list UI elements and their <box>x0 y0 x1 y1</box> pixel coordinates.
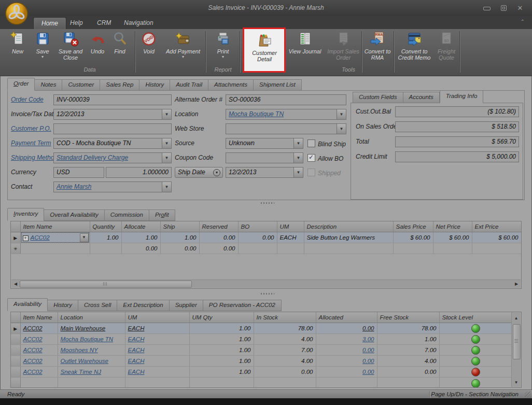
ribbon-tab-crm[interactable]: CRM <box>89 17 119 29</box>
tab-trading-info[interactable]: Trading Info <box>440 90 484 103</box>
allow-bo-checkbox-box[interactable] <box>307 154 315 162</box>
scroll-right-arrow-icon[interactable]: ▶ <box>513 280 520 288</box>
currency-input[interactable]: USD <box>53 167 104 178</box>
undo-button[interactable]: Undo <box>87 30 108 54</box>
ribbon-tab-home[interactable]: Home <box>33 17 66 30</box>
order-code-input[interactable]: INV-000039 <box>53 94 172 105</box>
chevron-down-icon[interactable]: ▼ <box>162 153 171 163</box>
shipping-method-label[interactable]: Shipping Method <box>11 154 58 161</box>
tab-attachments[interactable]: Attachments <box>208 79 254 91</box>
allow-bo-checkbox[interactable]: Allow BO <box>307 153 343 163</box>
um-link[interactable]: EACH <box>128 369 145 375</box>
tab-ext-description[interactable]: Ext Description <box>117 300 169 311</box>
tab-accounts[interactable]: Accounts <box>403 92 440 103</box>
ship-date-options-icon[interactable]: ▼ <box>213 169 220 176</box>
tab-sales-rep[interactable]: Sales Rep <box>100 79 139 91</box>
allocated-link[interactable]: 0.00 <box>362 369 374 375</box>
location-link[interactable]: Main Warehouse <box>61 325 106 331</box>
tab-customer[interactable]: Customer <box>62 79 100 91</box>
splitter-handle[interactable] <box>261 202 274 204</box>
source-combo[interactable]: Unknown ▼ <box>226 138 303 149</box>
location-link[interactable]: Mooshoes NY <box>61 347 98 353</box>
availability-row[interactable]: ACC02 Mooshoes NY EACH 1.00 7.00 0.00 7.… <box>11 345 512 356</box>
customer-po-label[interactable]: Customer P.O. <box>11 125 51 132</box>
inventory-horizontal-scrollbar[interactable]: ◀ ▶ <box>11 280 521 288</box>
tab-history-lower[interactable]: History <box>48 300 78 311</box>
convert-to-credit-memo-button[interactable]: Convert to Credit Memo <box>395 30 433 61</box>
restore-button[interactable] <box>498 5 509 12</box>
tab-commission[interactable]: Commission <box>105 210 149 221</box>
item-link[interactable]: ACC02 <box>23 369 43 375</box>
availability-row-partial[interactable] <box>11 378 512 388</box>
close-button[interactable]: ✕ <box>514 5 526 12</box>
scrollbar-thumb[interactable] <box>513 324 521 359</box>
shipping-method-combo[interactable]: Standard Delivery Charge ▼ <box>53 152 172 163</box>
chevron-down-icon[interactable]: ▼ <box>162 109 171 119</box>
alternate-order-input[interactable]: SO-000036 <box>226 94 346 105</box>
item-link[interactable]: ACC02 <box>23 325 43 331</box>
tab-shipment-list[interactable]: Shipment List <box>254 79 302 91</box>
availability-row[interactable]: ACC02 Outlet Warehouse EACH 1.00 4.00 0.… <box>11 356 512 367</box>
new-button[interactable]: New <box>6 30 29 54</box>
chevron-down-icon[interactable]: ▼ <box>293 153 303 163</box>
um-link[interactable]: EACH <box>128 325 145 331</box>
item-link[interactable]: ACC02 <box>23 336 43 342</box>
ribbon-tab-navigation[interactable]: Navigation <box>116 17 161 29</box>
ribbon-collapse-chevron-icon[interactable]: ⌃ <box>521 19 525 24</box>
availability-row[interactable]: ▶ ACC02 Main Warehouse EACH 1.00 78.00 0… <box>11 323 512 334</box>
contact-combo[interactable]: Annie Marsh ▼ <box>53 181 172 192</box>
invoice-tax-date-combo[interactable]: 12/2/2013 ▼ <box>53 109 172 120</box>
blind-ship-checkbox-box[interactable] <box>307 139 315 147</box>
exchange-rate-input[interactable]: 1.000000 <box>106 167 172 178</box>
customer-detail-button[interactable]: Customer Detail <box>246 32 283 62</box>
save-dropdown-caret-icon[interactable]: ▾ <box>41 55 44 59</box>
allocated-link[interactable]: 3.00 <box>362 336 374 342</box>
location-combo[interactable]: Mocha Boutique TN ▼ <box>226 109 346 120</box>
availability-row[interactable]: ACC02 Sneak Time NJ EACH 1.00 0.00 0.00 … <box>11 367 512 378</box>
item-link[interactable]: ACC02 <box>23 358 43 364</box>
chevron-down-icon[interactable]: ▼ <box>162 138 171 148</box>
location-link[interactable]: Mocha Boutique TN <box>61 336 114 342</box>
allocated-link[interactable]: 0.00 <box>362 358 374 364</box>
app-logo[interactable] <box>5 2 29 27</box>
save-button[interactable]: Save ▾ <box>31 30 54 59</box>
add-payment-dropdown-caret-icon[interactable]: ▾ <box>182 55 184 59</box>
availability-vertical-scrollbar[interactable]: ▲ ▼ <box>511 313 521 387</box>
scrollbar-thumb[interactable] <box>20 281 192 288</box>
tab-overall-availability[interactable]: Overall Availability <box>44 210 104 221</box>
tab-availability[interactable]: Availability <box>7 298 48 311</box>
um-link[interactable]: EACH <box>128 347 145 353</box>
tab-po-reservation[interactable]: PO Reservation - ACC02 <box>203 300 282 311</box>
minimize-button[interactable] <box>481 5 493 12</box>
scroll-up-arrow-icon[interactable]: ▲ <box>512 314 521 322</box>
scroll-down-arrow-icon[interactable]: ▼ <box>512 380 521 385</box>
tab-notes[interactable]: Notes <box>35 79 62 91</box>
view-journal-button[interactable]: View Journal <box>286 30 324 54</box>
scroll-left-arrow-icon[interactable]: ◀ <box>12 280 19 288</box>
tab-history[interactable]: History <box>139 79 170 91</box>
customer-po-input[interactable] <box>53 123 172 134</box>
tab-inventory[interactable]: Inventory <box>7 208 44 221</box>
tab-order[interactable]: Order <box>7 78 35 91</box>
tab-profit[interactable]: Profit <box>149 210 175 221</box>
print-dropdown-caret-icon[interactable]: ▾ <box>222 55 224 59</box>
tab-audit-trail[interactable]: Audit Trail <box>170 79 208 91</box>
resize-grip[interactable] <box>525 392 531 398</box>
ship-date-button[interactable]: Ship Date ▼ <box>175 167 223 178</box>
inventory-new-row[interactable]: ✳ 0.00 0.00 0.00 <box>11 243 521 254</box>
splitter-handle[interactable] <box>261 293 274 295</box>
payment-term-combo[interactable]: COD - Mocha Boutique TN ▼ <box>53 138 172 149</box>
chevron-down-icon[interactable]: ▼ <box>293 167 303 177</box>
expand-row-icon[interactable]: + <box>23 235 29 241</box>
inventory-row[interactable]: ▶ +ACC02▼ 1.00 1.00 1.00 0.00 0.00 EACH … <box>11 232 521 243</box>
allocated-link[interactable]: 0.00 <box>362 347 374 353</box>
um-link[interactable]: EACH <box>128 358 145 364</box>
void-button[interactable]: VOID Void <box>137 30 161 54</box>
payment-term-label[interactable]: Payment Term <box>11 139 51 147</box>
ship-date-combo[interactable]: 12/2/2013 ▼ <box>226 167 303 178</box>
coupon-code-combo[interactable]: ▼ <box>226 152 303 163</box>
blind-ship-checkbox[interactable]: Blind Ship <box>307 139 346 148</box>
chevron-down-icon[interactable]: ▼ <box>293 138 303 148</box>
print-button[interactable]: Print ▾ <box>208 30 237 59</box>
chevron-down-icon[interactable]: ▼ <box>337 124 346 134</box>
